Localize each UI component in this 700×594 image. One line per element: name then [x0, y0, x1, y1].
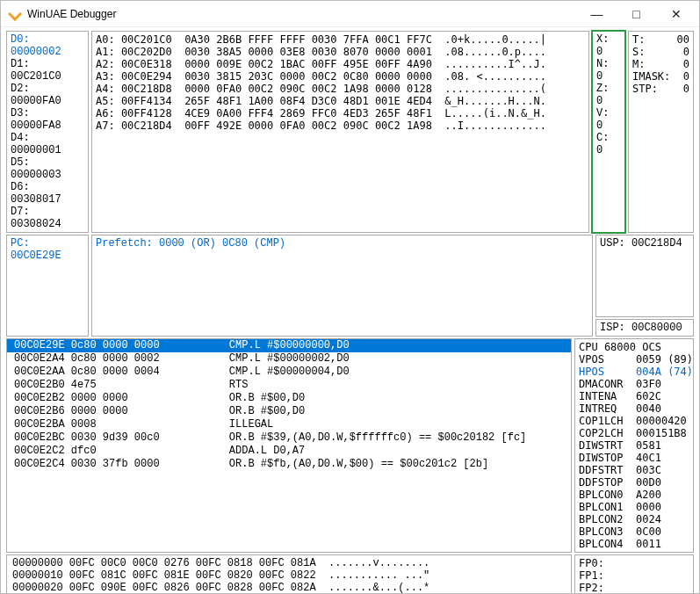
d-reg: D7: 00308024: [11, 206, 84, 230]
flag2: IMASK: 0: [632, 70, 689, 83]
a-reg: A4: 00C218D8 0000 0FA0 00C2 090C 00C2 1A…: [96, 83, 585, 95]
chipset-row: DIWSTRT 0581: [579, 439, 689, 452]
chipset-row: BPLCON3 0C00: [579, 525, 689, 538]
disassembly-box[interactable]: 00C0E29E 0c80 0000 0000 CMP.L #$00000000…: [6, 338, 572, 553]
a-reg: A2: 00C0E318 0000 009E 00C2 1BAC 00FF 49…: [96, 58, 585, 70]
a-reg: A5: 00FF4134 265F 48F1 1A00 08F4 D3C0 48…: [96, 95, 585, 107]
flags-box: X: 0 N: 0 Z: 0 V: 0 C: 0: [592, 31, 625, 233]
disasm-line[interactable]: 00C0E2B0 4e75 RTS: [7, 379, 571, 392]
chipset-row: HPOS 004A (74): [579, 366, 689, 378]
fp-panel: FP0:FP1:FP2:FP3:FP4:FP5:FP6:FP7:: [574, 554, 694, 593]
isp-box: ISP: 00C80000: [595, 319, 694, 337]
minimize-button[interactable]: —: [577, 2, 617, 26]
close-button[interactable]: ✕: [656, 2, 696, 26]
chipset-row: DMACONR 03F0: [579, 378, 689, 390]
disasm-line[interactable]: 00C0E2B6 0000 0000 OR.B #$00,D0: [7, 405, 571, 418]
disasm-line[interactable]: 00C0E2A4 0c80 0000 0002 CMP.L #$00000002…: [7, 352, 571, 366]
chipset-row: BPLCON2 0024: [579, 513, 689, 525]
app-icon: [8, 7, 22, 21]
prefetch-box: Prefetch: 0000 (OR) 0C80 (CMP): [91, 235, 593, 337]
chipset-row: BPLCON4 0011: [579, 538, 689, 550]
title-bar: WinUAE Debugger — □ ✕: [1, 1, 699, 27]
chipset-row: BPLCON0 A200: [579, 489, 689, 501]
chipset-row: BPLCON1 0000: [579, 501, 689, 513]
d-reg: D4: 00000001: [11, 132, 84, 156]
memory-hexdump[interactable]: 00000000 00FC 00C0 00C0 0276 00FC 0818 0…: [6, 554, 572, 593]
flag: N: 0: [596, 58, 621, 83]
flag2: S: 0: [632, 46, 689, 58]
pc-box: PC: 00C0E29E: [6, 235, 89, 337]
chipset-row: DDFSTRT 003C: [579, 464, 689, 476]
disasm-line[interactable]: 00C0E2BA 0008 ILLEGAL: [7, 418, 571, 431]
flag: C: 0: [596, 132, 621, 156]
chipset-row: DDFSTOP 00D0: [579, 476, 689, 489]
fp-reg: FP0:: [579, 557, 689, 569]
a-reg: A7: 00C218D4 00FF 492E 0000 0FA0 00C2 09…: [96, 120, 585, 132]
hex-line: 00000010 00FC 081C 00FC 081E 00FC 0820 0…: [12, 569, 566, 582]
maximize-button[interactable]: □: [617, 2, 656, 26]
chipset-row: INTREQ 0040: [579, 402, 689, 415]
disasm-line[interactable]: 00C0E2B2 0000 0000 OR.B #$00,D0: [7, 392, 571, 405]
flag2: T: 00: [632, 33, 689, 46]
flags2-box: T: 00 S: 0 M: 0 IMASK: 0 STP: 0: [628, 31, 694, 233]
d-reg: D0: 00000002: [11, 33, 84, 58]
a-reg: A3: 00C0E294 0030 3815 203C 0000 00C2 0C…: [96, 70, 585, 83]
hex-line: 00000020 00FC 090E 00FC 0826 00FC 0828 0…: [12, 582, 566, 593]
chipset-panel: CPU 68000 OCSVPOS 0059 (89)HPOS 004A (74…: [574, 338, 694, 553]
window-title: WinUAE Debugger: [27, 8, 577, 20]
disasm-line[interactable]: 00C0E2AA 0c80 0000 0004 CMP.L #$00000004…: [7, 366, 571, 379]
flag: V: 0: [596, 107, 621, 132]
flag2: M: 0: [632, 58, 689, 70]
hex-line: 00000000 00FC 00C0 00C0 0276 00FC 0818 0…: [12, 557, 566, 569]
usp-box: USP: 00C218D4: [595, 235, 694, 317]
d-reg: D6: 00308017: [11, 181, 84, 206]
disasm-line[interactable]: 00C0E2BC 0030 9d39 00c0 OR.B #$39,(A0,D0…: [7, 431, 571, 445]
a-reg: A1: 00C202D0 0030 38A5 0000 03E8 0030 80…: [96, 46, 585, 58]
d-reg: D2: 00000FA0: [11, 83, 84, 107]
a-reg: A0: 00C201C0 0A30 2B6B FFFF FFFF 0030 7F…: [96, 33, 585, 46]
disasm-line[interactable]: 00C0E2C4 0030 37fb 0000 OR.B #$fb,(A0,D0…: [7, 458, 571, 471]
chipset-row: DIWSTOP 40C1: [579, 452, 689, 464]
a-registers-box: A0: 00C201C0 0A30 2B6B FFFF FFFF 0030 7F…: [91, 31, 589, 233]
chipset-row: VPOS 0059 (89): [579, 353, 689, 366]
d-reg: D1: 00C201C0: [11, 58, 84, 83]
d-reg: D5: 00000003: [11, 156, 84, 181]
disasm-line[interactable]: 00C0E29E 0c80 0000 0000 CMP.L #$00000000…: [7, 339, 571, 352]
chipset-row: COP2LCH 000151B8: [579, 427, 689, 439]
d-reg: D3: 00000FA8: [11, 107, 84, 132]
disasm-line[interactable]: 00C0E2C2 dfc0 ADDA.L D0,A7: [7, 445, 571, 458]
flag2: STP: 0: [632, 83, 689, 95]
fp-reg: FP1:: [579, 569, 689, 582]
fp-reg: FP2:: [579, 582, 689, 593]
a-reg: A6: 00FF4128 4CE9 0A00 FFF4 2869 FFC0 4E…: [96, 107, 585, 120]
chipset-row: INTENA 602C: [579, 390, 689, 402]
flag: Z: 0: [596, 83, 621, 107]
d-registers-box: D0: 00000002 D1: 00C201C0 D2: 00000FA0 D…: [6, 31, 89, 233]
chipset-row: COP1LCH 00000420: [579, 415, 689, 427]
flag: X: 0: [596, 33, 621, 58]
chipset-row: CPU 68000 OCS: [579, 341, 689, 353]
